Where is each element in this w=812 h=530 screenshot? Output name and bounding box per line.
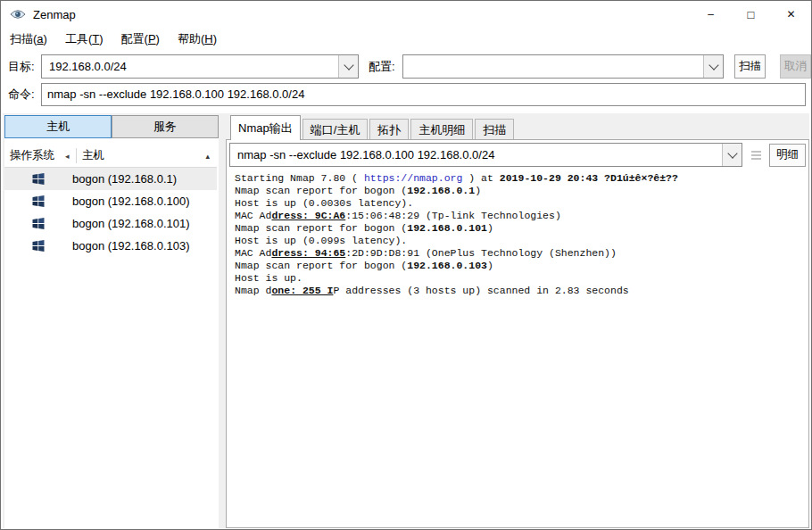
windows-os-icon: [32, 195, 45, 207]
output-line: Host is up (0.099s latency).: [235, 235, 800, 247]
output-line: Nmap scan report for bogon (192.168.0.1): [235, 185, 800, 197]
maximize-button[interactable]: □: [731, 1, 771, 28]
close-button[interactable]: ✕: [771, 1, 811, 28]
command-input[interactable]: nmap -sn --exclude 192.168.0.100 192.168…: [41, 83, 806, 106]
sort-ascending-icon[interactable]: ▴: [205, 152, 217, 161]
tab-host-details[interactable]: 主机明细: [410, 119, 473, 140]
target-combobox[interactable]: 192.168.0.0/24: [41, 54, 359, 79]
chevron-down-icon: [727, 148, 737, 158]
tab-scans[interactable]: 扫描: [475, 119, 514, 140]
column-os[interactable]: 操作系统: [4, 148, 65, 163]
menu-scan[interactable]: 扫描(a): [1, 28, 56, 51]
menu-profile-text: 配置(: [121, 32, 148, 46]
host-label: bogon (192.168.0.1): [72, 172, 177, 186]
menu-help-mnemonic: H: [204, 32, 212, 46]
host-row[interactable]: bogon (192.168.0.101): [4, 212, 217, 235]
profile-dropdown-button[interactable]: [703, 55, 723, 78]
scan-history-value[interactable]: nmap -sn --exclude 192.168.0.100 192.168…: [230, 144, 722, 166]
output-toolbar: nmap -sn --exclude 192.168.0.100 192.168…: [229, 143, 806, 167]
output-line: Starting Nmap 7.80 ( https://nmap.org ) …: [235, 172, 800, 185]
output-line: Nmap done: 255 IP addresses (3 hosts up)…: [235, 285, 800, 297]
menu-scan-close: ): [44, 32, 47, 46]
output-line: Nmap scan report for bogon (192.168.0.10…: [235, 222, 800, 235]
window-title: Zenmap: [33, 8, 76, 21]
list-lines-icon: [751, 151, 761, 153]
zenmap-window: Zenmap – □ ✕ 扫描(a) 工具(T) 配置(P) 帮助(H) 目标:…: [0, 0, 812, 530]
output-line: Host is up (0.0030s latency).: [235, 197, 800, 210]
results-pane: Nmap输出 端口/主机 拓扑 主机明细 扫描 nmap -sn --exclu…: [226, 115, 809, 528]
highlight-menu-button[interactable]: [749, 146, 763, 164]
chevron-down-icon: [708, 60, 718, 70]
left-tab-bar: 主机 服务: [4, 115, 219, 138]
results-tab-bar: Nmap输出 端口/主机 拓扑 主机明细 扫描: [226, 115, 809, 140]
host-list-header[interactable]: 操作系统 ◂ 主机 ▴: [4, 145, 217, 168]
output-line: Nmap scan report for bogon (192.168.0.10…: [235, 260, 800, 272]
menu-profile-mnemonic: P: [148, 32, 156, 46]
menu-tools-text: 工具(: [65, 32, 92, 46]
windows-os-icon: [32, 173, 45, 185]
column-divider: [76, 148, 77, 163]
hosts-services-pane: 主机 服务 操作系统 ◂ 主机 ▴ bogon (192.168.0.1) bo…: [4, 115, 219, 528]
main-area: 主机 服务 操作系统 ◂ 主机 ▴ bogon (192.168.0.1) bo…: [3, 113, 809, 528]
output-line: Host is up.: [235, 272, 800, 285]
target-value[interactable]: 192.168.0.0/24: [42, 55, 338, 78]
scan-history-dropdown-button[interactable]: [722, 144, 742, 166]
menu-help-close: ): [213, 32, 217, 46]
host-row[interactable]: bogon (192.168.0.100): [4, 190, 217, 212]
profile-value[interactable]: [403, 55, 703, 78]
command-label: 命令:: [8, 82, 35, 106]
target-label: 目标:: [8, 54, 35, 79]
column-host[interactable]: 主机: [82, 148, 205, 163]
profile-combobox[interactable]: [402, 54, 724, 79]
menu-profile-close: ): [156, 32, 160, 46]
tab-nmap-output[interactable]: Nmap输出: [230, 115, 301, 140]
zenmap-eye-icon: [10, 9, 26, 20]
target-dropdown-button[interactable]: [338, 55, 358, 78]
nmap-output-panel: nmap -sn --exclude 192.168.0.100 192.168…: [226, 139, 809, 528]
profile-label: 配置:: [369, 54, 395, 79]
title-bar: Zenmap – □ ✕: [1, 1, 811, 28]
host-list: bogon (192.168.0.1) bogon (192.168.0.100…: [4, 168, 217, 528]
details-button[interactable]: 明细: [769, 144, 806, 167]
menu-help-text: 帮助(: [178, 32, 204, 46]
host-label: bogon (192.168.0.103): [72, 239, 190, 253]
menu-help[interactable]: 帮助(H): [169, 28, 226, 51]
output-line: MAC Address: 9C:A6:15:06:48:29 (Tp-link …: [235, 210, 800, 222]
nmap-output-text[interactable]: Starting Nmap 7.80 ( https://nmap.org ) …: [227, 167, 808, 302]
menu-profile[interactable]: 配置(P): [112, 28, 169, 51]
output-line: MAC Address: 94:65:2D:9D:D8:91 (OnePlus …: [235, 247, 800, 260]
menu-tools[interactable]: 工具(T): [56, 28, 112, 51]
tab-ports-hosts[interactable]: 端口/主机: [302, 119, 369, 140]
menu-bar: 扫描(a) 工具(T) 配置(P) 帮助(H): [1, 28, 811, 51]
windows-os-icon: [32, 240, 45, 252]
chevron-down-icon: [344, 60, 353, 70]
menu-tools-close: ): [99, 32, 103, 46]
host-label: bogon (192.168.0.100): [72, 195, 190, 208]
tab-topology[interactable]: 拓扑: [369, 119, 409, 140]
scan-button[interactable]: 扫描: [734, 54, 766, 79]
scan-history-combobox[interactable]: nmap -sn --exclude 192.168.0.100 192.168…: [229, 143, 742, 167]
host-row[interactable]: bogon (192.168.0.1): [4, 168, 217, 190]
menu-scan-mnemonic: a: [37, 32, 43, 46]
menu-scan-text: 扫描(: [10, 32, 37, 46]
collapse-column-icon[interactable]: ◂: [65, 152, 76, 161]
host-row[interactable]: bogon (192.168.0.103): [4, 235, 217, 257]
host-label: bogon (192.168.0.101): [72, 217, 190, 230]
minimize-button[interactable]: –: [691, 1, 731, 28]
cancel-button: 取消: [780, 54, 811, 79]
windows-os-icon: [32, 218, 45, 229]
tab-services[interactable]: 服务: [112, 115, 219, 138]
tab-hosts[interactable]: 主机: [4, 115, 112, 138]
